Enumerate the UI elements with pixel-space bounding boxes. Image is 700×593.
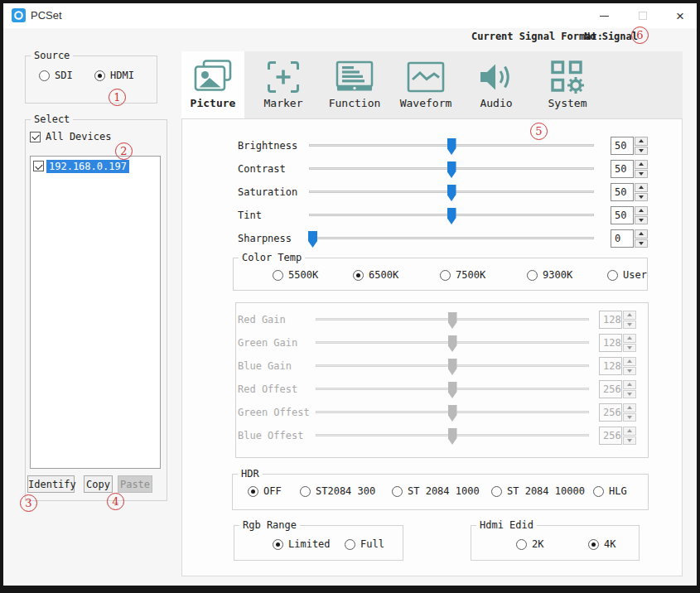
contrast-spinbox: 50 (611, 160, 648, 178)
sharpness-slider-handle[interactable] (308, 231, 317, 248)
maximize-button[interactable] (629, 3, 657, 28)
sharpness-spinbox: 0 (611, 229, 648, 248)
signal-format-value: No Signal (584, 31, 638, 42)
tint-slider-track[interactable] (309, 214, 594, 216)
annotation-2: 2 (115, 142, 133, 160)
spin-up-icon (623, 403, 636, 412)
contrast-slider-track[interactable] (309, 167, 594, 170)
spin-up-icon (623, 357, 636, 366)
green-offset-slider-handle (448, 405, 457, 422)
contrast-label: Contrast (238, 159, 286, 179)
spin-down-icon[interactable] (635, 170, 648, 179)
saturation-spinbox: 50 (611, 183, 648, 201)
spin-down-icon (623, 367, 636, 376)
tab-picture[interactable]: Picture (181, 51, 244, 118)
identify-button[interactable]: Identify (27, 475, 75, 493)
blue-offset-slider-track (316, 434, 589, 436)
green-gain-label: Green Gain (238, 333, 297, 353)
red-offset-value: 256 (599, 380, 622, 398)
paste-button[interactable]: Paste (118, 475, 152, 493)
spin-up-icon (623, 380, 636, 389)
green-offset-label: Green Offest (238, 403, 310, 422)
sharpness-value[interactable]: 0 (611, 229, 634, 248)
red-gain-spinbox: 128 (599, 311, 636, 329)
tab-function[interactable]: Function (323, 51, 386, 118)
radio-full[interactable]: Full (345, 538, 384, 550)
spin-up-icon[interactable] (635, 206, 648, 215)
blue-offset-label: Blue Offest (238, 426, 303, 446)
tint-value[interactable]: 50 (611, 206, 634, 224)
close-icon: × (676, 9, 684, 23)
function-icon (334, 57, 375, 96)
red-offset-slider-track (316, 388, 589, 390)
tab-waveform[interactable]: Waveform (394, 51, 457, 118)
waveform-icon (405, 57, 447, 96)
brightness-value[interactable]: 50 (611, 137, 634, 155)
radio-5500k[interactable]: 5500K (273, 269, 318, 281)
blue-offset-slider-handle (448, 428, 457, 445)
radio-user[interactable]: User (607, 269, 647, 281)
radio-st2084-300[interactable]: ST2084 300 (300, 485, 375, 497)
tab-system[interactable]: System (536, 51, 599, 118)
tint-slider-handle[interactable] (447, 208, 456, 224)
minimize-icon (600, 16, 609, 17)
radio-circle (491, 486, 502, 497)
spin-up-icon[interactable] (635, 160, 648, 169)
sharpness-slider-track[interactable] (309, 237, 594, 239)
contrast-value[interactable]: 50 (611, 160, 634, 178)
spin-down-icon[interactable] (635, 216, 648, 225)
spin-down-icon[interactable] (635, 239, 648, 248)
minimize-button[interactable] (590, 3, 618, 28)
spin-down-icon (623, 436, 636, 446)
radio-circle (593, 486, 604, 497)
spin-down-icon[interactable] (635, 147, 648, 156)
spin-up-icon[interactable] (635, 137, 648, 146)
contrast-slider-handle[interactable] (447, 162, 456, 178)
radio-sdi[interactable]: SDI (39, 70, 73, 81)
radio-9300k[interactable]: 9300K (527, 269, 572, 281)
green-gain-slider-row: Green Gain 128 (182, 333, 682, 353)
radio-limited[interactable]: Limited (273, 538, 331, 550)
checkbox-check-icon (30, 132, 41, 142)
radio-hdr-off[interactable]: OFF (248, 485, 282, 497)
tab-audio[interactable]: Audio (465, 51, 528, 118)
radio-7500k[interactable]: 7500K (440, 269, 485, 281)
device-list-item[interactable]: 192.168.0.197 (33, 159, 129, 173)
radio-4k[interactable]: 4K (588, 538, 616, 550)
copy-button[interactable]: Copy (84, 475, 113, 493)
radio-hdmi[interactable]: HDMI (94, 70, 134, 81)
radio-2k[interactable]: 2K (516, 538, 543, 550)
spin-up-icon[interactable] (635, 229, 648, 239)
radio-6500k[interactable]: 6500K (353, 269, 398, 281)
red-gain-slider-row: Red Gain 128 (182, 310, 682, 330)
device-ip[interactable]: 192.168.0.197 (46, 160, 129, 173)
saturation-value[interactable]: 50 (611, 183, 634, 201)
spin-down-icon[interactable] (635, 193, 648, 202)
device-list[interactable]: 192.168.0.197 (30, 156, 161, 469)
system-icon (547, 57, 588, 96)
radio-circle (345, 539, 355, 550)
tab-marker[interactable]: Marker (252, 51, 315, 118)
close-button[interactable]: × (666, 3, 694, 28)
radio-circle (273, 539, 283, 550)
hdmi-edid-group: Hdmi Edid 2K 4K (471, 525, 640, 561)
screen: PCSet × Current Signal Format: No Signal… (0, 0, 700, 593)
blue-offset-slider-row: Blue Offest 256 (182, 426, 682, 446)
radio-st2084-1000[interactable]: ST 2084 1000 (392, 485, 480, 497)
all-devices-checkbox[interactable]: All Devices (30, 131, 111, 142)
green-offset-value: 256 (599, 403, 622, 422)
source-group-label: Source (31, 50, 73, 61)
spin-up-icon (623, 311, 636, 320)
annotation-4: 4 (107, 493, 124, 510)
blue-gain-label: Blue Gain (238, 356, 292, 376)
saturation-slider-handle[interactable] (447, 185, 456, 201)
spin-up-icon[interactable] (635, 183, 648, 192)
blue-gain-slider-track (316, 364, 589, 367)
brightness-slider-track[interactable] (309, 144, 594, 147)
saturation-slider-track[interactable] (309, 190, 594, 193)
brightness-slider-handle[interactable] (447, 138, 456, 155)
saturation-label: Saturation (238, 182, 297, 202)
device-checkbox[interactable] (33, 161, 44, 171)
radio-st2084-10000[interactable]: ST 2084 10000 (491, 485, 585, 497)
radio-hlg[interactable]: HLG (593, 485, 627, 497)
